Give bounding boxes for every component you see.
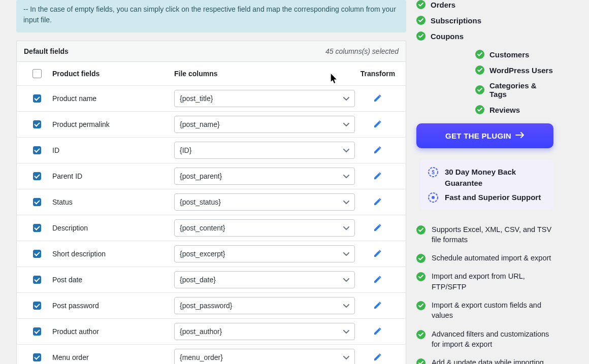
row-checkbox[interactable] <box>33 146 41 154</box>
table-row: Description{post_content} <box>17 215 406 241</box>
support-icon <box>428 192 439 203</box>
edit-icon[interactable] <box>373 197 382 208</box>
money-back-icon: $ <box>428 167 439 178</box>
chevron-down-icon <box>343 327 349 336</box>
row-checkbox[interactable] <box>33 327 41 336</box>
th-file-columns: File columns <box>174 70 355 78</box>
file-column-select[interactable]: {post_password} <box>174 297 355 314</box>
edit-icon[interactable] <box>373 249 382 259</box>
chevron-down-icon <box>343 146 349 154</box>
file-column-select[interactable]: {post_title} <box>174 90 355 107</box>
row-checkbox[interactable] <box>33 353 41 361</box>
edit-icon[interactable] <box>373 93 382 104</box>
row-checkbox[interactable] <box>33 120 41 128</box>
check-icon <box>475 50 484 59</box>
arrow-right-icon <box>515 131 525 140</box>
chevron-down-icon <box>343 353 349 361</box>
table-row: Post password{post_password} <box>17 293 406 319</box>
benefit-item: Import & export custom fields and values <box>416 300 553 321</box>
benefit-text: Import and export from URL, FTP/SFTP <box>432 271 553 292</box>
check-icon <box>416 330 426 339</box>
svg-text:$: $ <box>432 170 435 175</box>
benefit-item: Advanced filters and customizations for … <box>416 329 553 350</box>
file-column-select[interactable]: {post_date} <box>174 271 355 288</box>
check-icon <box>416 16 426 25</box>
file-column-select[interactable]: {post_parent} <box>174 168 355 185</box>
chevron-down-icon <box>343 172 349 180</box>
feature-label: Orders <box>431 1 455 9</box>
file-column-select[interactable]: {menu_order} <box>174 349 355 364</box>
select-all-checkbox[interactable] <box>32 69 42 78</box>
file-column-select[interactable]: {post_content} <box>174 219 355 237</box>
field-label: Menu order <box>52 353 174 361</box>
feature-label: WordPress Users <box>489 66 553 75</box>
row-checkbox[interactable] <box>33 276 41 284</box>
field-label: Product author <box>52 327 174 336</box>
file-column-select[interactable]: {post_excerpt} <box>174 245 355 262</box>
benefit-text: Schedule automated import & export <box>432 253 551 263</box>
row-checkbox[interactable] <box>33 250 41 258</box>
table-row: Short description{post_excerpt} <box>17 241 406 267</box>
check-icon <box>416 254 426 263</box>
edit-icon[interactable] <box>373 301 382 311</box>
edit-icon[interactable] <box>373 326 382 337</box>
edit-icon[interactable] <box>373 119 382 130</box>
row-checkbox[interactable] <box>33 198 41 206</box>
select-value: {post_content} <box>180 224 225 232</box>
select-value: {ID} <box>180 146 191 154</box>
edit-icon[interactable] <box>373 145 382 156</box>
row-checkbox[interactable] <box>33 224 41 232</box>
chevron-down-icon <box>343 120 349 128</box>
panel-header: Default fields 45 columns(s) selected <box>17 41 406 62</box>
feature-item: Orders <box>416 0 553 9</box>
file-column-select[interactable]: {ID} <box>174 142 355 159</box>
benefit-text: Supports Excel, XML, CSV, and TSV file f… <box>432 224 553 245</box>
field-label: Parent ID <box>52 172 174 180</box>
field-label: Description <box>52 224 174 232</box>
file-column-select[interactable]: {post_author} <box>174 323 355 340</box>
benefit-item: Schedule automated import & export <box>416 253 553 263</box>
feature-item: Reviews <box>475 105 553 114</box>
table-header-row: Product fields File columns Transform <box>17 62 406 86</box>
edit-icon[interactable] <box>373 352 382 363</box>
file-column-select[interactable]: {post_status} <box>174 193 355 211</box>
guarantee-box: $ 30 Day Money Back Guarantee Fast and S… <box>420 159 553 210</box>
file-column-select[interactable]: {post_name} <box>174 116 355 133</box>
select-value: {post_title} <box>180 94 213 103</box>
chevron-down-icon <box>343 302 349 310</box>
feature-label: Categories & Tags <box>489 81 553 98</box>
chevron-down-icon <box>343 276 349 284</box>
select-value: {post_author} <box>180 327 222 336</box>
row-checkbox[interactable] <box>33 94 41 103</box>
feature-item: Categories & Tags <box>475 81 553 98</box>
check-icon <box>416 31 426 41</box>
field-label: Product permalink <box>52 120 174 128</box>
table-row: ID{ID} <box>17 138 406 163</box>
svg-point-3 <box>432 196 435 199</box>
get-plugin-button[interactable]: GET THE PLUGIN <box>416 123 553 148</box>
field-label: Short description <box>52 250 174 258</box>
feature-item: Subscriptions <box>416 16 553 25</box>
default-fields-panel: Default fields 45 columns(s) selected Pr… <box>16 41 406 364</box>
table-row: Menu order{menu_order} <box>17 345 406 364</box>
select-value: {post_name} <box>180 120 220 128</box>
field-label: Status <box>52 198 174 206</box>
chevron-down-icon <box>343 94 349 103</box>
check-icon <box>475 65 484 75</box>
table-row: Post date{post_date} <box>17 267 406 293</box>
info-text: -- In the case of empty fields, you can … <box>23 5 396 24</box>
row-checkbox[interactable] <box>33 302 41 310</box>
feature-label: Coupons <box>431 32 464 41</box>
benefit-item: Supports Excel, XML, CSV, and TSV file f… <box>416 224 553 245</box>
row-checkbox[interactable] <box>33 172 41 180</box>
check-icon <box>475 85 484 94</box>
edit-icon[interactable] <box>373 171 382 182</box>
columns-selected-count: 45 columns(s) selected <box>325 47 399 55</box>
edit-icon[interactable] <box>373 223 382 234</box>
select-value: {post_password} <box>180 302 233 310</box>
benefit-text: Add & update data while importing <box>432 357 544 364</box>
th-product-fields: Product fields <box>52 70 174 78</box>
edit-icon[interactable] <box>373 275 382 285</box>
table-row: Status{post_status} <box>17 189 406 215</box>
feature-item: Coupons <box>416 31 553 41</box>
